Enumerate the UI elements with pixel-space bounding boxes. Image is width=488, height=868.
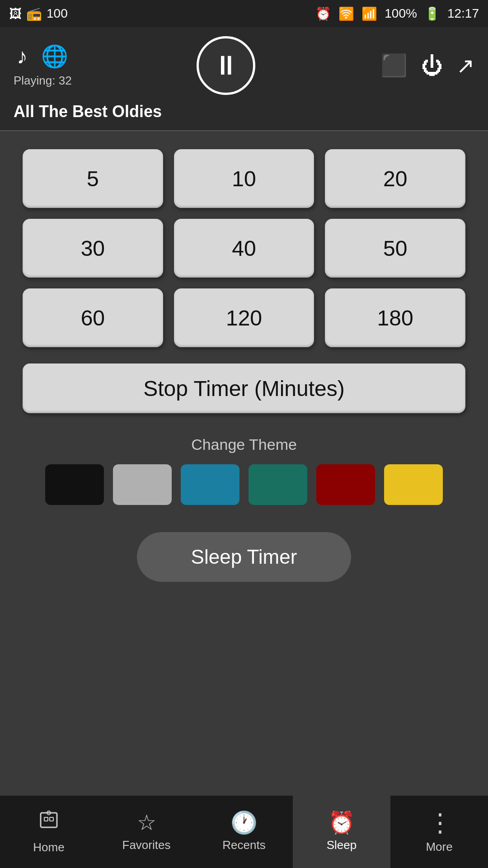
timer-10-button[interactable]: 10 [174, 149, 314, 208]
timer-40-button[interactable]: 40 [174, 219, 314, 278]
timer-grid: 5 10 20 30 40 50 60 120 180 [23, 149, 465, 347]
music-note-icon: ♪ [17, 44, 28, 69]
theme-teal[interactable] [249, 464, 307, 505]
pause-icon: ⏸ [212, 52, 239, 79]
nav-favorites-label: Favorites [122, 838, 171, 852]
sleep-timer-button[interactable]: Sleep Timer [137, 532, 352, 582]
status-right: ⏰ 🛜 📶 100% 🔋 12:17 [315, 6, 479, 21]
status-left: 🖼 📻 100 [9, 6, 68, 21]
theme-black[interactable] [45, 464, 104, 505]
wifi-icon: 🛜 [338, 6, 354, 21]
media-info-icons: ♪ 🌐 [17, 44, 68, 69]
theme-red[interactable] [316, 464, 375, 505]
more-dots-icon: ⋮ [427, 810, 451, 835]
timer-120-button[interactable]: 120 [174, 288, 314, 347]
stop-button[interactable]: ⬛ [380, 53, 408, 78]
nav-more[interactable]: ⋮ More [390, 796, 488, 868]
share-button[interactable]: ↗ [456, 53, 474, 78]
svg-rect-2 [50, 817, 53, 821]
battery-icon: 🔋 [424, 6, 440, 21]
nav-recents-label: Recents [222, 838, 265, 852]
nav-home[interactable]: Home [0, 796, 98, 868]
station-title: All The Best Oldies [14, 102, 474, 121]
timer-180-button[interactable]: 180 [325, 288, 465, 347]
nav-more-label: More [426, 840, 452, 854]
timer-50-button[interactable]: 50 [325, 219, 465, 278]
timer-60-button[interactable]: 60 [23, 288, 163, 347]
power-button[interactable]: ⏻ [421, 53, 443, 78]
nav-recents[interactable]: 🕐 Recents [195, 796, 293, 868]
main-content: 5 10 20 30 40 50 60 120 180 Stop Timer (… [0, 131, 488, 591]
status-bar: 🖼 📻 100 ⏰ 🛜 📶 100% 🔋 12:17 [0, 0, 488, 27]
battery-percent: 100% [385, 6, 417, 21]
theme-color-swatches [23, 464, 465, 505]
sleep-clock-icon: ⏰ [328, 812, 355, 834]
theme-blue[interactable] [181, 464, 239, 505]
signal-bars-icon: 📶 [361, 6, 377, 21]
photo-icon: 🖼 [9, 6, 22, 21]
timer-5-button[interactable]: 5 [23, 149, 163, 208]
home-icon [38, 809, 60, 836]
nav-favorites[interactable]: ☆ Favorites [98, 796, 195, 868]
player-header: ♪ 🌐 Playing: 32 ⏸ ⬛ ⏻ ↗ All The Best Old… [0, 27, 488, 130]
player-right-icons: ⬛ ⏻ ↗ [380, 53, 474, 78]
signal-strength: 100 [47, 6, 68, 21]
theme-gray[interactable] [113, 464, 172, 505]
star-icon: ☆ [137, 812, 156, 834]
svg-rect-1 [44, 817, 48, 821]
globe-icon[interactable]: 🌐 [41, 44, 68, 69]
radio-icon: 📻 [26, 6, 42, 21]
nav-sleep[interactable]: ⏰ Sleep [293, 796, 390, 868]
change-theme-label: Change Theme [23, 436, 465, 453]
alarm-icon: ⏰ [315, 6, 331, 21]
bottom-nav: Home ☆ Favorites 🕐 Recents ⏰ Sleep ⋮ Mor… [0, 796, 488, 868]
nav-home-label: Home [33, 840, 64, 854]
history-icon: 🕐 [230, 812, 258, 834]
stop-timer-button[interactable]: Stop Timer (Minutes) [23, 363, 465, 413]
timer-20-button[interactable]: 20 [325, 149, 465, 208]
player-controls-row: ♪ 🌐 Playing: 32 ⏸ ⬛ ⏻ ↗ [14, 36, 474, 95]
nav-sleep-label: Sleep [327, 838, 357, 852]
pause-button[interactable]: ⏸ [197, 36, 255, 95]
sleep-timer-wrap: Sleep Timer [23, 532, 465, 582]
timer-30-button[interactable]: 30 [23, 219, 163, 278]
player-left-icons: ♪ 🌐 Playing: 32 [14, 44, 72, 88]
playing-label: Playing: 32 [14, 74, 72, 88]
theme-yellow[interactable] [384, 464, 443, 505]
clock-time: 12:17 [447, 6, 479, 21]
